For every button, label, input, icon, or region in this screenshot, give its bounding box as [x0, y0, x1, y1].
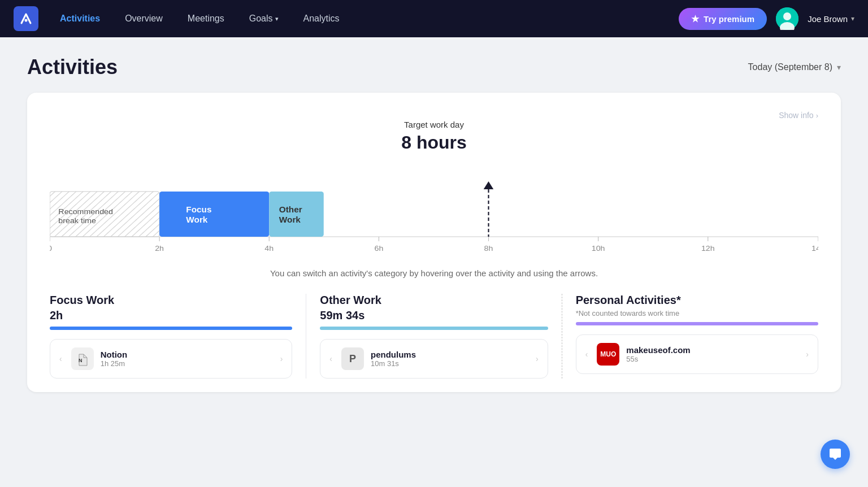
- goals-chevron-icon: ▾: [275, 15, 279, 23]
- personal-subtitle: *Not counted towards work time: [576, 309, 818, 318]
- chart-svg: Recommended break time Focus Work Other …: [50, 158, 818, 259]
- svg-text:10h: 10h: [592, 245, 605, 253]
- svg-rect-0: [18, 11, 34, 27]
- other-work-bar: [320, 327, 548, 330]
- activity-info-notion: Notion 1h 25m: [101, 350, 274, 368]
- svg-text:Work: Work: [279, 216, 301, 224]
- muo-icon: MUO: [597, 343, 619, 366]
- stats-grid: Focus Work 2h ‹ N Notion: [50, 294, 818, 379]
- activity-info-pendulums: pendulums 10m 31s: [371, 350, 529, 368]
- svg-point-1: [25, 19, 28, 22]
- svg-text:14h: 14h: [811, 245, 818, 253]
- chart-header: Show info ›: [50, 111, 818, 120]
- date-chevron-icon: ▾: [837, 63, 841, 72]
- user-name[interactable]: Joe Brown ▾: [808, 14, 854, 24]
- user-chevron-icon: ▾: [851, 15, 854, 23]
- prev-icon[interactable]: ‹: [59, 354, 62, 363]
- nav-link-goals[interactable]: Goals ▾: [239, 9, 289, 28]
- chart-card: Show info › Target work day 8 hours Reco…: [27, 93, 841, 392]
- prev-icon-2[interactable]: ‹: [329, 354, 332, 363]
- page-header: Activities Today (September 8) ▾: [27, 55, 841, 79]
- svg-text:4h: 4h: [264, 245, 274, 253]
- page-title: Activities: [27, 55, 118, 79]
- personal-title: Personal Activities*: [576, 294, 818, 307]
- nav-link-meetings[interactable]: Meetings: [177, 9, 235, 28]
- svg-text:Work: Work: [186, 216, 208, 224]
- svg-text:break time: break time: [58, 217, 96, 225]
- pendulums-icon: P: [341, 347, 364, 370]
- other-work-title: Other Work: [320, 294, 548, 307]
- date-selector[interactable]: Today (September 8) ▾: [748, 62, 841, 72]
- other-work-time: 59m 34s: [320, 309, 548, 322]
- navigation: Activities Overview Meetings Goals ▾ Ana…: [0, 0, 868, 37]
- next-icon-3[interactable]: ›: [806, 350, 809, 359]
- next-icon-2[interactable]: ›: [536, 354, 539, 363]
- nav-right: ★ Try premium Joe Brown ▾: [679, 7, 854, 30]
- target-label: Target work day: [50, 120, 818, 130]
- svg-text:12h: 12h: [701, 245, 715, 253]
- focus-work-title: Focus Work: [50, 294, 292, 307]
- stats-col-other-work: Other Work 59m 34s ‹ P pendulums 10m 31s…: [306, 294, 562, 379]
- notion-icon: N: [71, 347, 94, 370]
- svg-rect-10: [159, 192, 269, 237]
- svg-text:2h: 2h: [155, 245, 164, 253]
- activity-info-muo: makeuseof.com 55s: [626, 345, 799, 363]
- nav-links: Activities Overview Meetings Goals ▾ Ana…: [50, 9, 679, 28]
- stats-col-focus-work: Focus Work 2h ‹ N Notion: [50, 294, 306, 379]
- avatar: [776, 7, 798, 30]
- nav-link-activities[interactable]: Activities: [50, 9, 110, 28]
- activity-card-pendulums[interactable]: ‹ P pendulums 10m 31s ›: [320, 339, 548, 379]
- show-info-button[interactable]: Show info ›: [779, 111, 818, 120]
- try-premium-button[interactable]: ★ Try premium: [679, 8, 767, 30]
- app-logo: [14, 6, 38, 31]
- svg-text:Other: Other: [279, 206, 302, 214]
- page-content: Activities Today (September 8) ▾ Show in…: [0, 37, 868, 428]
- stats-col-personal: Personal Activities* *Not counted toward…: [562, 294, 818, 379]
- svg-point-3: [783, 12, 791, 20]
- show-info-arrow-icon: ›: [816, 111, 818, 120]
- target-hours: 8 hours: [50, 132, 818, 153]
- activity-card-notion[interactable]: ‹ N Notion 1h 25m ›: [50, 339, 292, 379]
- prev-icon-3[interactable]: ‹: [585, 350, 588, 359]
- svg-text:0: 0: [50, 245, 52, 253]
- bar-chart: Recommended break time Focus Work Other …: [50, 158, 818, 259]
- next-icon[interactable]: ›: [280, 354, 283, 363]
- svg-text:Focus: Focus: [186, 206, 211, 214]
- svg-marker-16: [484, 181, 494, 189]
- focus-work-time: 2h: [50, 309, 292, 322]
- activity-card-muo[interactable]: ‹ MUO makeuseof.com 55s ›: [576, 334, 818, 374]
- chat-button[interactable]: [821, 440, 850, 469]
- star-icon: ★: [691, 14, 699, 24]
- hint-text: You can switch an activity's category by…: [50, 268, 818, 278]
- svg-text:6h: 6h: [374, 245, 383, 253]
- svg-text:N: N: [79, 358, 83, 363]
- nav-link-overview[interactable]: Overview: [115, 9, 173, 28]
- personal-bar: [576, 322, 818, 325]
- svg-text:Recommended: Recommended: [58, 208, 113, 216]
- svg-text:8h: 8h: [484, 245, 493, 253]
- svg-rect-13: [269, 192, 324, 237]
- nav-link-analytics[interactable]: Analytics: [293, 9, 350, 28]
- focus-work-bar: [50, 327, 292, 330]
